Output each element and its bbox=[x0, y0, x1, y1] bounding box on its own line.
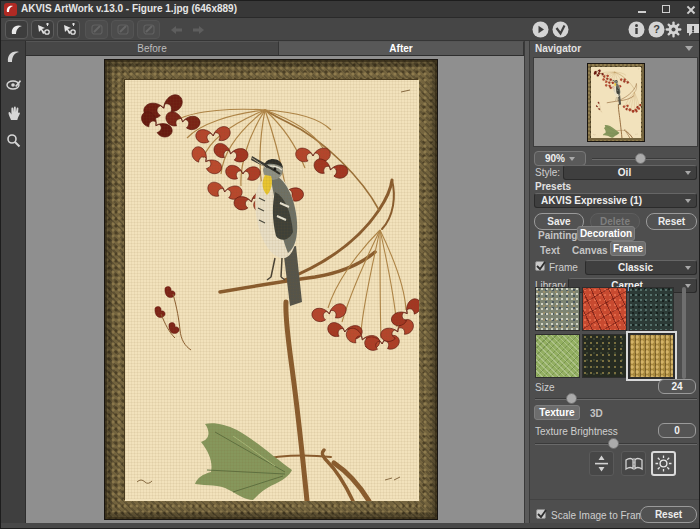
check-icon bbox=[536, 508, 548, 520]
navigator-thumbnail bbox=[587, 63, 645, 142]
bird-painting bbox=[124, 79, 418, 500]
tab-frame[interactable]: Frame bbox=[610, 241, 646, 256]
zoom-slider-handle[interactable] bbox=[635, 153, 646, 164]
preset-value: AKVIS Expressive (1) bbox=[535, 195, 685, 206]
quick-save-button[interactable] bbox=[57, 20, 80, 39]
close-button[interactable] bbox=[683, 2, 697, 16]
navigator-header[interactable]: Navigator bbox=[530, 41, 700, 56]
presets-dropdown[interactable]: AKVIS Expressive (1) bbox=[534, 193, 697, 208]
toolbar: ? bbox=[1, 18, 700, 41]
tab-decoration[interactable]: Decoration bbox=[577, 226, 635, 241]
texture-scrollbar[interactable] bbox=[682, 287, 686, 379]
texture-swatch-1[interactable] bbox=[535, 287, 580, 331]
style-value: Oil bbox=[564, 167, 685, 178]
style-label: Style: bbox=[535, 167, 560, 178]
eye-pencil-icon bbox=[6, 77, 22, 92]
tab-3d[interactable]: 3D bbox=[590, 408, 603, 419]
zoom-level-dropdown[interactable]: 90% bbox=[534, 151, 586, 166]
chevron-down-icon bbox=[685, 46, 693, 51]
run-icon bbox=[532, 21, 549, 38]
style-dropdown[interactable]: Oil bbox=[563, 165, 697, 180]
tab-texture[interactable]: Texture bbox=[534, 405, 580, 420]
settings-panel: Navigator 90% Style: Oil Presets bbox=[530, 41, 700, 523]
quick-open-button[interactable] bbox=[31, 20, 54, 39]
texture-swatch-5[interactable] bbox=[582, 334, 627, 378]
zoom-tool[interactable] bbox=[4, 131, 23, 150]
texture-swatch-4[interactable] bbox=[535, 334, 580, 378]
texture-brightness-value[interactable]: 0 bbox=[658, 423, 696, 438]
svg-text:?: ? bbox=[653, 23, 660, 35]
apply-icon bbox=[552, 21, 569, 38]
app-icon bbox=[4, 3, 17, 16]
undo-button bbox=[165, 20, 188, 39]
brush-tool-icon bbox=[116, 23, 130, 36]
size-slider[interactable] bbox=[535, 398, 697, 400]
history-brush-tool[interactable] bbox=[4, 75, 23, 94]
size-value[interactable]: 24 bbox=[658, 379, 696, 394]
frame-type-value: Classic bbox=[586, 262, 685, 273]
size-label: Size bbox=[535, 382, 554, 393]
mirror-button[interactable] bbox=[621, 451, 646, 476]
chevron-down-icon bbox=[569, 157, 575, 161]
undo-arrow-icon bbox=[170, 25, 183, 35]
tab-after[interactable]: After bbox=[279, 41, 524, 55]
size-slider-handle[interactable] bbox=[566, 393, 577, 404]
brightness-slider[interactable] bbox=[535, 443, 697, 445]
framed-artwork bbox=[104, 59, 438, 520]
flip-vertical-icon bbox=[594, 455, 609, 472]
workspace-button[interactable] bbox=[5, 20, 28, 39]
window-title: AKVIS ArtWork v.13.0 - Figure 1.jpg (646… bbox=[21, 3, 237, 14]
chevron-down-icon bbox=[685, 266, 691, 270]
brush-tool-icon bbox=[142, 23, 156, 36]
panel-divider bbox=[530, 499, 700, 500]
workspace-icon bbox=[10, 23, 24, 36]
reset-presets-button[interactable]: Reset bbox=[646, 213, 697, 230]
view-tabs: Before After bbox=[26, 41, 524, 55]
sun-brightness-icon bbox=[655, 455, 672, 472]
minimize-button[interactable] bbox=[635, 2, 649, 16]
chevron-down-icon bbox=[685, 171, 691, 175]
tab-before[interactable]: Before bbox=[26, 41, 279, 55]
hand-tool[interactable] bbox=[4, 103, 23, 122]
chevron-down-icon bbox=[685, 199, 691, 203]
frame-checkbox-label: Frame bbox=[549, 262, 578, 273]
texture-brightness-label: Texture Brightness bbox=[535, 426, 618, 437]
texture-swatch-6-selected[interactable] bbox=[629, 334, 674, 378]
presets-label: Presets bbox=[535, 181, 571, 192]
brush-tool-button-2 bbox=[111, 20, 134, 39]
brightness-mode-button[interactable] bbox=[651, 451, 676, 476]
apply-button[interactable] bbox=[549, 20, 572, 39]
title-bar: AKVIS ArtWork v.13.0 - Figure 1.jpg (646… bbox=[1, 1, 700, 18]
frame-type-dropdown[interactable]: Classic bbox=[585, 260, 697, 275]
scale-image-label: Scale Image to Frame bbox=[551, 510, 649, 521]
check-icon bbox=[535, 260, 547, 272]
brightness-slider-handle[interactable] bbox=[608, 438, 619, 449]
image-canvas[interactable] bbox=[26, 55, 524, 523]
info-icon bbox=[628, 21, 645, 38]
zoom-slider[interactable] bbox=[592, 158, 696, 160]
maximize-button[interactable] bbox=[659, 2, 673, 16]
redo-arrow-icon bbox=[192, 25, 205, 35]
texture-swatch-3[interactable] bbox=[629, 287, 674, 331]
frame-checkbox[interactable] bbox=[535, 261, 545, 271]
chevron-down-icon bbox=[685, 284, 691, 288]
mirror-book-icon bbox=[625, 457, 643, 471]
preview-brush-tool[interactable] bbox=[4, 47, 23, 66]
zoom-level-value: 90% bbox=[545, 153, 565, 164]
scale-image-checkbox[interactable] bbox=[536, 509, 546, 519]
texture-swatch-2[interactable] bbox=[582, 287, 627, 331]
reset-frame-button[interactable]: Reset bbox=[640, 506, 697, 523]
redo-button bbox=[187, 20, 210, 39]
navigator-title: Navigator bbox=[535, 43, 581, 54]
brush-tool-icon bbox=[90, 23, 104, 36]
feedback-bubble-icon bbox=[685, 22, 700, 38]
tab-painting[interactable]: Painting bbox=[538, 230, 577, 241]
flip-vertical-button[interactable] bbox=[589, 451, 614, 476]
feedback-button[interactable] bbox=[681, 20, 700, 39]
app-window: AKVIS ArtWork v.13.0 - Figure 1.jpg (646… bbox=[0, 0, 700, 529]
tab-canvas[interactable]: Canvas bbox=[572, 245, 608, 256]
tab-text[interactable]: Text bbox=[540, 245, 560, 256]
navigator-preview[interactable] bbox=[533, 57, 698, 147]
toolbox bbox=[1, 41, 26, 523]
magnifier-icon bbox=[6, 133, 21, 148]
